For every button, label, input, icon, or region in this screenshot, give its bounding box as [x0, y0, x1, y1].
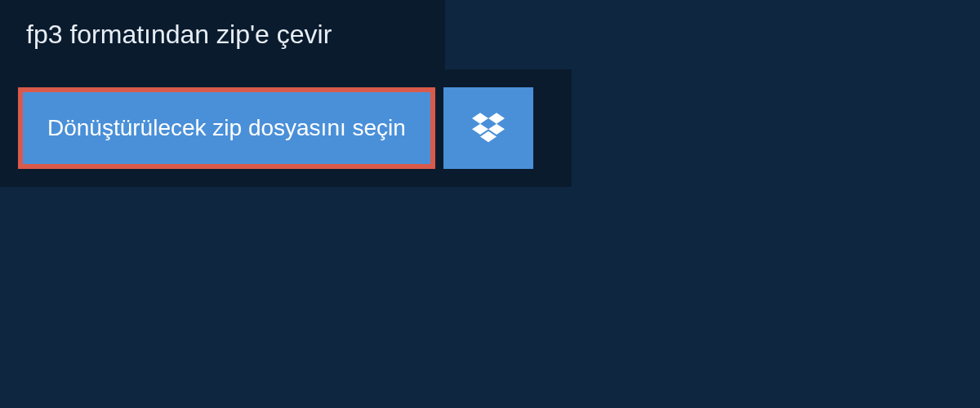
choose-file-button[interactable]: Dönüştürülecek zip dosyasını seçin	[18, 87, 435, 169]
page-title: fp3 formatından zip'e çevir	[26, 20, 332, 49]
file-selection-panel: Dönüştürülecek zip dosyasını seçin	[0, 69, 572, 187]
page-title-tab: fp3 formatından zip'e çevir	[0, 0, 445, 69]
dropbox-button[interactable]	[443, 87, 533, 169]
dropbox-icon	[472, 110, 505, 146]
choose-file-label: Dönüştürülecek zip dosyasını seçin	[47, 115, 406, 141]
